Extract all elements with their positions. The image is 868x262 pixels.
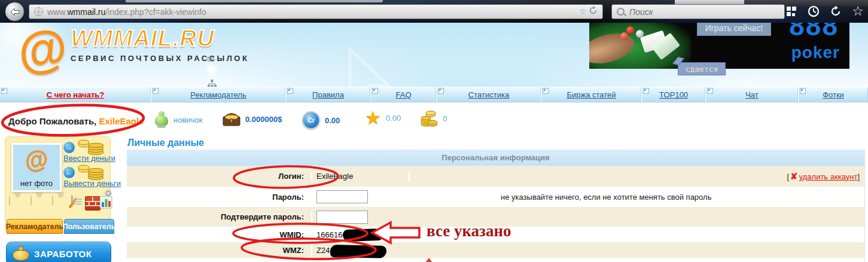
envelope-icon: ✉ — [207, 54, 215, 65]
balance-value: 0.000000$ — [245, 115, 282, 124]
nav-bullet-icon — [153, 88, 159, 94]
play-now-button[interactable]: Играть сейчас! — [697, 23, 771, 36]
personal-info-table: Персональная информация Логин: ExileEagl… — [127, 150, 865, 262]
logo-text: WMMAIL.RU — [71, 26, 249, 50]
rank-icon — [154, 111, 169, 128]
rating-star-icon: ★ — [365, 110, 381, 126]
medal-icon — [9, 195, 10, 206]
rating-value: 0.00 — [386, 114, 401, 123]
nav-bullet-icon — [543, 88, 549, 94]
withdraw-coins-icon — [77, 164, 105, 180]
tab-strip-hint — [126, 0, 383, 2]
treasure-chest-icon — [223, 111, 240, 127]
delete-x-icon: ✘ — [790, 171, 798, 181]
site-logo[interactable]: @ WMMAIL.RU СЕРВИС ПОЧТОВЫХ РАССЫЛОК — [18, 24, 249, 74]
nav-bullet-icon — [438, 88, 444, 94]
redaction-blob — [343, 229, 383, 242]
deposit-money-link[interactable]: Ввести деньги — [63, 154, 115, 163]
section-header: Персональная информация — [127, 150, 864, 166]
banner-chip — [636, 30, 644, 38]
nav-item-top100[interactable]: TOP100 — [642, 87, 706, 102]
banner-chip — [626, 26, 634, 34]
tab-user[interactable]: Пользователь — [64, 219, 114, 234]
tab-advertiser[interactable]: Рекламодатель — [7, 219, 63, 234]
row-login: Логин: ExileEagle [✘удалить аккаунт] — [127, 166, 864, 187]
screen: www.wmmail.ru/index.php?cf=akk-viewinfo … — [0, 0, 868, 262]
gear-icon[interactable] — [105, 190, 112, 198]
edit-profile-icon[interactable] — [71, 195, 72, 206]
no-photo-label: нет фото — [20, 179, 53, 188]
site-identity-globe-icon — [34, 7, 43, 16]
photo-logo-mark: @ — [23, 144, 50, 175]
wmid-label: WMID: — [127, 230, 311, 239]
required-marker-partial — [425, 258, 433, 262]
moneybag-icon — [13, 246, 28, 261]
withdraw-arrow-icon: ← — [63, 167, 75, 178]
nav-item-rules[interactable]: Правила — [286, 87, 371, 102]
url-bar[interactable]: www.wmmail.ru/index.php?cf=akk-viewinfo … — [29, 4, 603, 19]
withdraw-money-link[interactable]: Вывести деньги — [63, 179, 121, 188]
wmid-value: 166616 — [316, 230, 342, 239]
username: ExileEagle — [99, 116, 144, 126]
row-wmz: WMZ: Z24 — [127, 242, 864, 258]
search-input[interactable] — [628, 7, 768, 17]
search-bar[interactable] — [611, 4, 785, 19]
browser-chrome: www.wmmail.ru/index.php?cf=akk-viewinfo … — [0, 0, 868, 23]
reload-icon[interactable] — [589, 6, 598, 17]
password-input[interactable] — [316, 190, 368, 203]
nav-bullet-icon — [643, 88, 649, 94]
banner-tooltip: сдается — [678, 62, 726, 75]
toolbar-icons: ☆ — [785, 5, 864, 18]
url-dropdown-icon[interactable]: ▽ — [580, 8, 585, 15]
password-label: Пароль: — [127, 193, 311, 202]
sync-icon[interactable] — [829, 5, 842, 18]
row-password: Пароль: не указывайте ничего, если не хо… — [127, 187, 864, 207]
panels-grid-icon[interactable] — [785, 5, 798, 18]
page-title: Личные данные — [127, 138, 204, 148]
decor-cursor-arrow — [332, 35, 404, 87]
nav-item-faq[interactable]: FAQ — [371, 87, 437, 102]
wmz-cell: Z24 — [311, 244, 409, 257]
logo-tagline: СЕРВИС ПОЧТОВЫХ РАССЫЛОК — [71, 54, 249, 63]
deposit-coins-icon — [77, 139, 105, 155]
password-cell — [311, 190, 409, 203]
nav-item-advertiser[interactable]: Рекламодатель — [151, 87, 286, 102]
back-button[interactable] — [5, 2, 25, 22]
site-header: @ WMMAIL.RU СЕРВИС ПОЧТОВЫХ РАССЫЛОК ✉ И… — [0, 23, 868, 87]
password-hint: не указывайте ничего, если не хотите мен… — [409, 193, 864, 202]
credits-icon: Cr — [302, 111, 320, 129]
row-password-confirm: Подтвердите пароль: — [127, 207, 864, 227]
back-arrow-icon — [10, 8, 20, 16]
bookmark-star-icon[interactable]: ☆ — [851, 5, 864, 18]
medal-icon — [52, 195, 53, 206]
banner-chip — [620, 32, 628, 40]
delete-account-link[interactable]: удалить аккаунт — [799, 172, 858, 181]
nav-item-articles[interactable]: Биржа статей — [541, 87, 642, 102]
password-confirm-input[interactable] — [316, 211, 368, 224]
firewall-icon[interactable] — [85, 196, 100, 211]
nav-item-start[interactable]: С чего начать? — [0, 87, 151, 102]
nav-bullet-icon — [707, 88, 713, 94]
brand-888: 888 — [789, 23, 839, 42]
wmz-label: WMZ: — [127, 246, 311, 255]
nav-item-statistics[interactable]: Статистика — [437, 87, 541, 102]
logo-at-icon: @ — [15, 23, 71, 77]
wmz-value: Z24 — [316, 246, 330, 255]
login-label: Логин: — [127, 172, 311, 181]
nav-item-chat[interactable]: Чат — [706, 87, 799, 102]
photo-placeholder[interactable]: @ нет фото — [11, 143, 62, 192]
nav-bullet-icon — [800, 88, 806, 94]
nav-bullet-icon — [1, 88, 7, 94]
sitemap-icon — [208, 80, 217, 87]
rank-label: новичок — [173, 115, 202, 124]
row-wmid: WMID: 166616 — [127, 227, 864, 242]
delete-account: [✘удалить аккаунт] — [787, 171, 860, 182]
earnings-button[interactable]: ЗАРАБОТОК — [6, 242, 111, 262]
redaction-blob — [330, 245, 386, 258]
clock-history-icon[interactable] — [807, 5, 820, 18]
coins-status: 0 — [421, 111, 447, 127]
nav-item-photos[interactable]: Фотки — [799, 87, 868, 102]
login-value: ExileEagle — [311, 172, 409, 181]
brand-poker: poker — [791, 43, 840, 62]
user-status-bar: Добро Пожаловать, ExileEagle новичок 0.0… — [0, 103, 868, 136]
